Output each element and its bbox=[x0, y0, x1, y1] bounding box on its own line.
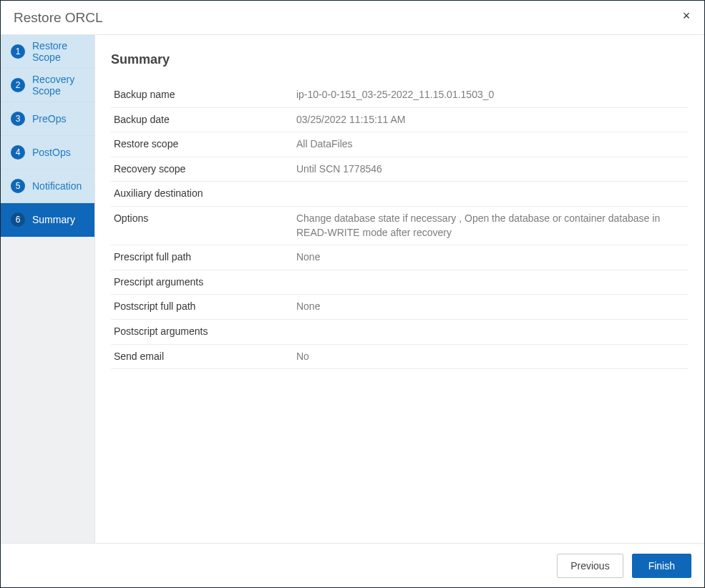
step-notification[interactable]: 5 Notification bbox=[1, 170, 94, 203]
summary-key: Restore scope bbox=[111, 132, 293, 157]
summary-key: Prescript full path bbox=[111, 245, 293, 270]
content-area: Summary Backup name ip-10-0-0-151_03-25-… bbox=[95, 35, 704, 543]
summary-key: Postscript arguments bbox=[111, 319, 293, 344]
modal-title: Restore ORCL bbox=[14, 10, 103, 26]
step-postops[interactable]: 4 PostOps bbox=[1, 136, 94, 170]
modal-footer: Previous Finish bbox=[1, 543, 704, 587]
step-label: PreOps bbox=[32, 113, 66, 124]
row-backup-name: Backup name ip-10-0-0-151_03-25-2022_11.… bbox=[111, 83, 689, 107]
modal-header: Restore ORCL × bbox=[1, 1, 704, 35]
row-postscript-arguments: Postscript arguments bbox=[111, 319, 689, 344]
finish-button[interactable]: Finish bbox=[632, 554, 691, 578]
summary-key: Prescript arguments bbox=[111, 270, 293, 295]
restore-modal: Restore ORCL × 1 Restore Scope 2 Recover… bbox=[0, 0, 705, 588]
summary-value: Until SCN 1778546 bbox=[293, 157, 689, 182]
step-number: 1 bbox=[11, 44, 25, 59]
summary-value bbox=[293, 270, 689, 295]
summary-value: 03/25/2022 11:15:11 AM bbox=[293, 107, 689, 132]
summary-value bbox=[293, 182, 689, 207]
row-send-email: Send email No bbox=[111, 344, 689, 369]
step-number: 5 bbox=[11, 179, 25, 193]
summary-key: Recovery scope bbox=[111, 157, 293, 182]
summary-key: Backup name bbox=[111, 83, 293, 107]
wizard-sidebar: 1 Restore Scope 2 Recovery Scope 3 PreOp… bbox=[1, 35, 95, 543]
summary-value: None bbox=[293, 295, 689, 320]
row-backup-date: Backup date 03/25/2022 11:15:11 AM bbox=[111, 107, 689, 132]
summary-key: Send email bbox=[111, 344, 293, 369]
step-label: Notification bbox=[32, 180, 82, 192]
row-prescript-full-path: Prescript full path None bbox=[111, 245, 689, 270]
summary-key: Backup date bbox=[111, 107, 293, 132]
page-title: Summary bbox=[111, 52, 689, 67]
summary-value: ip-10-0-0-151_03-25-2022_11.15.01.1503_0 bbox=[293, 83, 689, 107]
row-postscript-full-path: Postscript full path None bbox=[111, 295, 689, 320]
close-icon[interactable]: × bbox=[680, 9, 693, 22]
modal-body: 1 Restore Scope 2 Recovery Scope 3 PreOp… bbox=[1, 35, 704, 543]
step-summary[interactable]: 6 Summary bbox=[1, 203, 94, 237]
step-label: Recovery Scope bbox=[32, 74, 94, 97]
row-recovery-scope: Recovery scope Until SCN 1778546 bbox=[111, 157, 689, 182]
summary-key: Options bbox=[111, 206, 293, 245]
step-number: 6 bbox=[11, 212, 25, 227]
step-restore-scope[interactable]: 1 Restore Scope bbox=[1, 35, 94, 69]
summary-key: Auxiliary destination bbox=[111, 182, 293, 207]
row-prescript-arguments: Prescript arguments bbox=[111, 270, 689, 295]
previous-button[interactable]: Previous bbox=[557, 554, 623, 578]
summary-value bbox=[293, 319, 689, 344]
summary-value: None bbox=[293, 245, 689, 270]
step-recovery-scope[interactable]: 2 Recovery Scope bbox=[1, 69, 94, 102]
step-number: 4 bbox=[11, 145, 25, 160]
row-auxiliary-destination: Auxiliary destination bbox=[111, 182, 689, 207]
step-number: 2 bbox=[11, 78, 25, 92]
summary-value: Change database state if necessary , Ope… bbox=[293, 206, 689, 245]
step-label: PostOps bbox=[32, 147, 71, 158]
row-restore-scope: Restore scope All DataFiles bbox=[111, 132, 689, 157]
step-preops[interactable]: 3 PreOps bbox=[1, 102, 94, 136]
step-label: Restore Scope bbox=[32, 40, 94, 63]
step-number: 3 bbox=[11, 112, 25, 126]
summary-table: Backup name ip-10-0-0-151_03-25-2022_11.… bbox=[111, 83, 689, 369]
step-label: Summary bbox=[32, 214, 75, 225]
summary-value: No bbox=[293, 344, 689, 369]
row-options: Options Change database state if necessa… bbox=[111, 206, 689, 245]
summary-key: Postscript full path bbox=[111, 295, 293, 320]
summary-value: All DataFiles bbox=[293, 132, 689, 157]
